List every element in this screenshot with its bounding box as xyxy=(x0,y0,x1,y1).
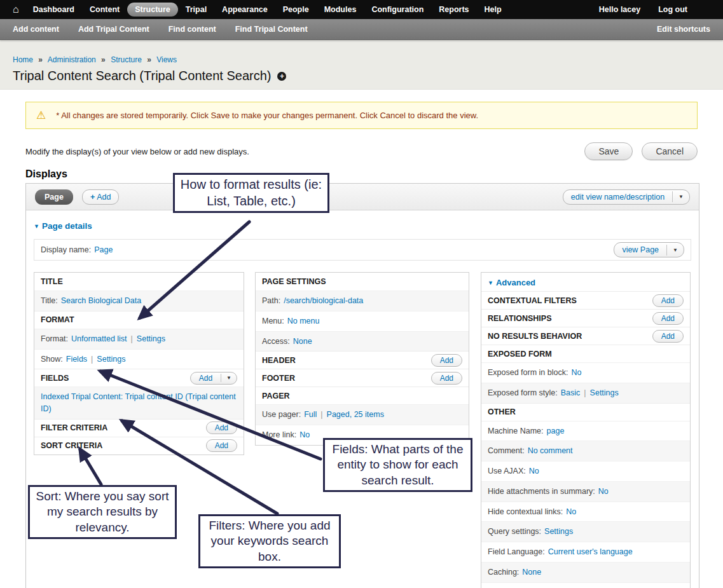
display-name-link[interactable]: Page xyxy=(94,245,113,254)
title-row: Title:Search Biological Data xyxy=(34,291,244,311)
shortcut-add-tripal-content[interactable]: Add Tripal Content xyxy=(78,25,149,34)
exposed-style-row: Exposed form style:Basic|Settings xyxy=(481,383,690,403)
exposed-style-settings-link[interactable]: Settings xyxy=(590,388,619,397)
warning-text: * All changes are stored temporarily. Cl… xyxy=(56,111,478,120)
machine-name-link[interactable]: page xyxy=(547,427,565,435)
contextual-add-icon[interactable]: + xyxy=(277,72,286,81)
fields-item-row: Indexed Tripal Content: Tripal content I… xyxy=(34,386,244,419)
exposed-style-link[interactable]: Basic xyxy=(561,388,581,397)
format-row: Format:Unformatted list|Settings xyxy=(34,329,244,349)
filter-criteria-header: FILTER CRITERIA Add xyxy=(34,419,244,437)
annotation-fields-note: Fields: What parts of the entity to show… xyxy=(323,438,472,492)
toolbar-item-people[interactable]: People xyxy=(275,3,317,17)
edit-shortcuts-link[interactable]: Edit shortcuts xyxy=(657,25,710,34)
toolbar-item-appearance[interactable]: Appearance xyxy=(214,3,275,17)
use-ajax-link[interactable]: No xyxy=(529,467,539,475)
user-greeting[interactable]: Hello lacey xyxy=(599,5,640,14)
toolbar-item-content[interactable]: Content xyxy=(82,3,127,17)
shortcut-find-content[interactable]: Find content xyxy=(169,25,216,34)
hide-contextual-row: Hide contextual links:No xyxy=(481,502,690,522)
caching-link[interactable]: None xyxy=(522,568,541,577)
toolbar-item-configuration[interactable]: Configuration xyxy=(364,3,431,17)
breadcrumb-structure[interactable]: Structure xyxy=(111,55,142,64)
advanced-toggle[interactable]: ▼Advanced xyxy=(481,273,690,291)
display-tab-page[interactable]: Page xyxy=(35,189,73,205)
view-page-button[interactable]: view Page ▼ xyxy=(614,242,684,257)
cancel-button[interactable]: Cancel xyxy=(642,142,698,160)
hide-attachments-link[interactable]: No xyxy=(598,487,609,496)
show-fields-link[interactable]: Fields xyxy=(66,355,87,364)
pager-type-link[interactable]: Full xyxy=(304,410,317,419)
drupal-views-edit-page: { "icons": { "home": "⌂", "warning": "⚠"… xyxy=(0,0,723,588)
relationships-header: RELATIONSHIPS Add xyxy=(481,309,690,327)
username: lacey xyxy=(621,5,640,14)
more-link[interactable]: No xyxy=(300,430,310,439)
breadcrumb-home[interactable]: Home xyxy=(13,55,33,64)
column-middle: PAGE SETTINGS Path:/search/biological-da… xyxy=(255,272,469,446)
chevron-down-icon[interactable]: ▼ xyxy=(221,374,237,382)
machine-name-row: Machine Name:page xyxy=(481,421,690,441)
show-settings-link[interactable]: Settings xyxy=(97,355,125,364)
breadcrumb-views[interactable]: Views xyxy=(156,55,177,64)
access-link[interactable]: None xyxy=(293,337,312,346)
pager-options-link[interactable]: Paged, 25 items xyxy=(327,410,384,419)
warning-icon: ⚠ xyxy=(36,109,46,122)
other-section-header: OTHER xyxy=(481,403,690,421)
path-link[interactable]: /search/biological-data xyxy=(284,296,363,305)
format-section-header: FORMAT xyxy=(34,311,244,329)
toolbar-item-tripal[interactable]: Tripal xyxy=(178,3,214,17)
exposed-block-row: Exposed form in block:No xyxy=(481,362,690,383)
chevron-down-icon[interactable]: ▼ xyxy=(672,191,689,202)
annotation-format-note: How to format results (ie: List, Table, … xyxy=(173,173,329,213)
footer-add-button[interactable]: Add xyxy=(431,372,462,385)
filter-add-button[interactable]: Add xyxy=(206,421,237,434)
use-ajax-row: Use AJAX:No xyxy=(481,461,690,481)
page-details-toggle[interactable]: ▼Page details xyxy=(34,221,699,231)
triangle-down-icon: ▼ xyxy=(34,223,39,229)
format-settings-link[interactable]: Settings xyxy=(137,334,165,343)
fields-add-button[interactable]: Add ▼ xyxy=(190,372,237,385)
show-row: Show:Fields|Settings xyxy=(34,349,244,369)
toolbar-item-reports[interactable]: Reports xyxy=(431,3,476,17)
plus-icon: + xyxy=(90,193,95,202)
format-style-link[interactable]: Unformatted list xyxy=(71,334,127,343)
comment-row: Comment:No comment xyxy=(481,441,690,461)
header-section-header: HEADER Add xyxy=(256,351,469,369)
menu-link[interactable]: No menu xyxy=(287,317,320,325)
header-add-button[interactable]: Add xyxy=(431,354,462,367)
contextual-add-button[interactable]: Add xyxy=(652,294,684,307)
menu-row: Menu:No menu xyxy=(256,311,469,331)
comment-link[interactable]: No comment xyxy=(528,446,573,455)
sort-add-button[interactable]: Add xyxy=(206,439,237,452)
relationships-add-button[interactable]: Add xyxy=(652,312,684,325)
settings-columns: TITLE Title:Search Biological Data FORMA… xyxy=(34,272,691,588)
exposed-block-link[interactable]: No xyxy=(571,368,581,377)
exposed-form-header: EXPOSED FORM xyxy=(481,345,690,362)
toolbar-item-help[interactable]: Help xyxy=(477,3,509,17)
logout-link[interactable]: Log out xyxy=(658,5,687,14)
shortcut-add-content[interactable]: Add content xyxy=(13,25,59,34)
toolbar-item-dashboard[interactable]: Dashboard xyxy=(25,3,82,17)
chevron-down-icon[interactable]: ▼ xyxy=(666,245,684,256)
pager-section-header: PAGER xyxy=(256,386,469,404)
no-results-header: NO RESULTS BEHAVIOR Add xyxy=(481,327,690,345)
annotation-filters-note: Filters: Where you add your keywords sea… xyxy=(198,514,341,568)
breadcrumb-administration[interactable]: Administration xyxy=(48,55,96,64)
query-settings-link[interactable]: Settings xyxy=(544,527,573,536)
field-language-link[interactable]: Current user's language xyxy=(548,547,633,556)
hide-contextual-link[interactable]: No xyxy=(566,507,576,516)
add-display-button[interactable]: +Add xyxy=(82,189,120,205)
shortcut-find-tripal-content[interactable]: Find Tripal Content xyxy=(235,25,308,34)
annotation-sort-note: Sort: Where you say sort my search resul… xyxy=(28,485,177,539)
save-button[interactable]: Save xyxy=(584,142,633,160)
edit-view-name-button[interactable]: edit view name/description ▼ xyxy=(563,189,690,205)
home-icon[interactable]: ⌂ xyxy=(6,0,25,19)
breadcrumb: Home » Administration » Structure » View… xyxy=(13,55,710,64)
no-results-add-button[interactable]: Add xyxy=(652,330,684,343)
displays-heading: Displays xyxy=(25,168,67,180)
indexed-tripal-content-link[interactable]: Indexed Tripal Content: Tripal content I… xyxy=(41,392,236,413)
toolbar-item-structure[interactable]: Structure xyxy=(127,3,178,17)
title-link[interactable]: Search Biological Data xyxy=(61,296,141,305)
contextual-filters-header: CONTEXTUAL FILTERS Add xyxy=(481,291,690,309)
toolbar-item-modules[interactable]: Modules xyxy=(317,3,364,17)
